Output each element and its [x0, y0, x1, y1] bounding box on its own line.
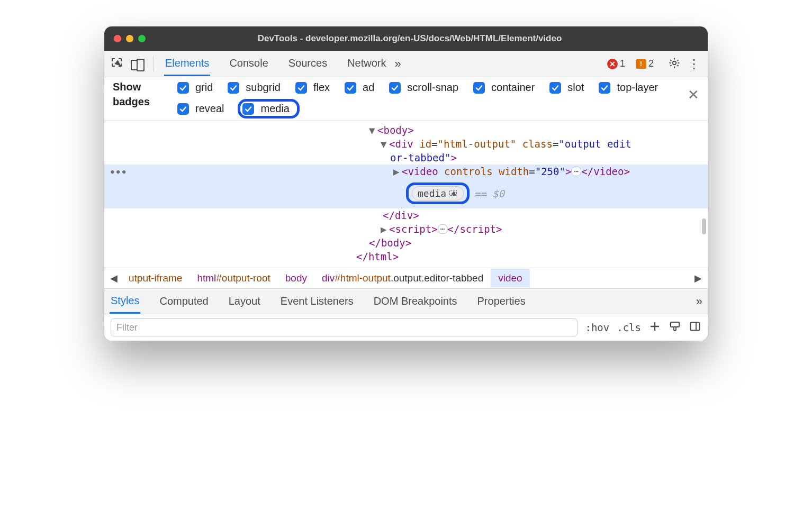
checkbox-checked-icon: [242, 103, 254, 115]
minimize-window-button[interactable]: [126, 35, 133, 42]
badge-checkbox-scroll-snap[interactable]: scroll-snap: [388, 80, 463, 95]
window-controls: [114, 35, 146, 42]
gutter-selected-icon: •••: [110, 167, 127, 178]
inspect-icon: [112, 58, 123, 70]
titlebar: DevTools - developer.mozilla.org/en-US/d…: [104, 26, 708, 51]
badge-checkbox-top-layer[interactable]: top-layer: [598, 80, 662, 95]
styles-filter-bar: :hov .cls: [104, 314, 708, 341]
badge-checkbox-reveal[interactable]: reveal: [176, 102, 228, 116]
subtab-properties[interactable]: Properties: [476, 290, 527, 313]
warning-icon: !: [636, 59, 646, 69]
crumb-video[interactable]: video: [491, 269, 529, 287]
tab-network[interactable]: Network: [346, 52, 387, 76]
dom-node-video[interactable]: ••• ▶<video controls width="250">⋯</vide…: [104, 165, 708, 178]
dollar-zero-ref: $0: [492, 188, 504, 199]
more-options-button[interactable]: ⋮: [685, 55, 703, 73]
inspect-element-button[interactable]: [109, 55, 127, 73]
inspect-icon: [449, 190, 458, 197]
crumb-html[interactable]: html#output-root: [190, 269, 277, 287]
crumb-scroll-right[interactable]: ▶: [691, 272, 706, 284]
gear-icon: [668, 57, 681, 71]
brush-icon: [669, 325, 681, 334]
warnings-indicator[interactable]: ! 2: [636, 58, 654, 69]
checkbox-checked-icon: [389, 82, 401, 94]
error-icon: ✕: [607, 59, 618, 69]
dom-node-div-open[interactable]: ▼<div id="html-output" class="output edi…: [104, 137, 708, 151]
dom-media-badge-row: media == $0: [104, 178, 708, 208]
scrollbar-thumb[interactable]: [702, 218, 706, 234]
badge-checkbox-media[interactable]: media: [238, 99, 299, 118]
close-badges-button[interactable]: ✕: [688, 87, 699, 103]
equals-indicator: ==: [475, 188, 487, 199]
badge-checkbox-slot[interactable]: slot: [548, 80, 588, 95]
dom-node-body-open[interactable]: ▼<body>: [104, 123, 708, 137]
svg-rect-1: [671, 322, 679, 327]
media-badge-label: media: [418, 188, 446, 199]
tab-sources[interactable]: Sources: [287, 52, 328, 76]
dom-node-div-open-cont[interactable]: or-tabbed">: [104, 151, 708, 165]
subtab-event-listeners[interactable]: Event Listeners: [279, 290, 355, 313]
checkbox-checked-icon: [177, 82, 189, 94]
media-badge-button[interactable]: media: [412, 186, 464, 200]
checkbox-checked-icon: [473, 82, 485, 94]
toolbar-separator: [153, 57, 154, 71]
subtab-dom-breakpoints[interactable]: DOM Breakpoints: [373, 290, 458, 313]
kebab-icon: ⋮: [688, 57, 701, 71]
errors-indicator[interactable]: ✕ 1: [607, 58, 625, 69]
more-subtabs-button[interactable]: »: [696, 295, 702, 308]
badges-label: Show badges: [113, 79, 176, 109]
tab-elements[interactable]: Elements: [164, 52, 210, 76]
more-tabs-button[interactable]: »: [390, 57, 407, 71]
subtab-computed[interactable]: Computed: [158, 290, 209, 313]
badges-list: grid subgrid flex ad scroll-snap contain…: [176, 79, 702, 118]
crumb-scroll-left[interactable]: ◀: [106, 272, 121, 284]
svg-point-0: [673, 61, 676, 64]
crumb-body[interactable]: body: [278, 269, 314, 287]
panel-icon: [689, 325, 701, 334]
toggle-sidebar-button[interactable]: [689, 320, 701, 335]
new-style-rule-button[interactable]: [648, 320, 661, 335]
errors-count: 1: [620, 58, 625, 69]
elements-breadcrumbs: ◀ utput-iframe html#output-root body div…: [104, 268, 708, 289]
badge-checkbox-grid[interactable]: grid: [176, 80, 217, 95]
badge-checkbox-flex[interactable]: flex: [294, 80, 334, 95]
tab-console[interactable]: Console: [228, 52, 269, 76]
checkbox-checked-icon: [295, 82, 307, 94]
styles-subtabs: Styles Computed Layout Event Listeners D…: [104, 289, 708, 314]
badge-checkbox-subgrid[interactable]: subgrid: [227, 80, 285, 95]
close-window-button[interactable]: [114, 35, 121, 42]
subtab-layout[interactable]: Layout: [228, 290, 261, 313]
checkbox-checked-icon: [177, 103, 189, 115]
device-icon: [131, 59, 145, 69]
dom-node-html-close[interactable]: </html>: [104, 250, 708, 263]
dom-node-div-close[interactable]: </div>: [104, 208, 708, 222]
ellipsis-expand-button[interactable]: ⋯: [571, 167, 581, 176]
panel-tabs: Elements Console Sources Network: [160, 52, 387, 76]
subtab-styles[interactable]: Styles: [110, 289, 140, 314]
checkbox-checked-icon: [599, 82, 610, 94]
crumb-div[interactable]: div#html-output.output.editor-tabbed: [314, 269, 491, 287]
device-toolbar-button[interactable]: [129, 55, 147, 73]
checkbox-checked-icon: [345, 82, 356, 94]
plus-icon: [648, 325, 661, 334]
dom-tree[interactable]: ▼<body> ▼<div id="html-output" class="ou…: [104, 121, 708, 268]
dom-node-body-close[interactable]: </body>: [104, 236, 708, 250]
settings-button[interactable]: [665, 55, 683, 73]
warnings-count: 2: [648, 58, 654, 69]
media-badge-highlight: media: [406, 183, 470, 204]
dom-scrollbar[interactable]: [701, 139, 706, 268]
badge-checkbox-container[interactable]: container: [472, 80, 539, 95]
cls-toggle-button[interactable]: .cls: [617, 322, 641, 333]
main-toolbar: Elements Console Sources Network » ✕ 1 !…: [104, 51, 708, 77]
computed-styles-sidebar-button[interactable]: [669, 320, 681, 335]
hov-toggle-button[interactable]: :hov: [585, 322, 609, 333]
badges-settings-row: Show badges grid subgrid flex ad scr: [104, 77, 708, 121]
zoom-window-button[interactable]: [138, 35, 146, 42]
dom-node-script[interactable]: ▶<script>⋯</script>: [104, 222, 708, 236]
checkbox-checked-icon: [549, 82, 561, 94]
svg-rect-2: [691, 323, 700, 331]
crumb-iframe[interactable]: utput-iframe: [121, 269, 190, 287]
badge-checkbox-ad[interactable]: ad: [344, 80, 378, 95]
styles-filter-input[interactable]: [111, 318, 578, 336]
ellipsis-expand-button[interactable]: ⋯: [438, 224, 448, 234]
